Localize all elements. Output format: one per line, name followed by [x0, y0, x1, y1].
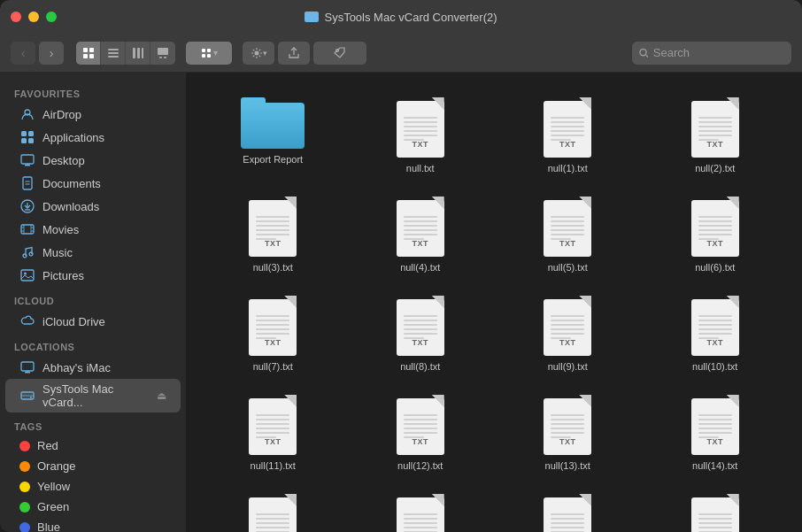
sidebar-item-icloud-drive[interactable]: iCloud Drive [5, 310, 181, 333]
svg-rect-10 [158, 48, 168, 55]
svg-rect-30 [23, 177, 32, 189]
file-item-null1-txt[interactable]: TXT null(1).txt [498, 90, 637, 181]
action-button[interactable]: ▾ [243, 42, 274, 65]
file-name: null(14).txt [692, 460, 737, 471]
sidebar-tag-orange[interactable]: Orange [5, 456, 181, 476]
sidebar-item-systools-vcard[interactable]: SysTools Mac vCard... ⏏ [5, 379, 181, 412]
svg-rect-14 [207, 49, 211, 52]
file-item-null4-txt[interactable]: TXT null(4).txt [351, 189, 490, 280]
tag-button[interactable] [313, 42, 366, 65]
file-item-null13-txt[interactable]: TXT null(13).txt [498, 388, 637, 478]
back-button[interactable]: ‹ [11, 42, 35, 65]
nav-buttons: ‹ › [11, 42, 64, 65]
svg-rect-28 [25, 165, 30, 166]
file-item-null2-txt[interactable]: TXT null(2).txt [646, 90, 785, 181]
svg-rect-13 [202, 49, 205, 52]
search-input[interactable] [653, 46, 784, 59]
txt-file-icon: TXT [690, 197, 741, 257]
file-item-null6-txt[interactable]: TXT null(6).txt [646, 189, 785, 280]
txt-file-icon: TXT [690, 296, 741, 356]
sidebar-item-downloads[interactable]: Downloads [5, 195, 181, 218]
svg-point-52 [30, 397, 32, 398]
icon-size-control: ▾ [186, 42, 232, 65]
documents-icon [19, 175, 35, 191]
file-item-null3-txt[interactable]: TXT null(3).txt [204, 189, 343, 280]
file-item-null7-txt[interactable]: TXT null(7).txt [204, 289, 343, 379]
file-item-null15-txt[interactable]: TXT null(15).txt [204, 487, 343, 532]
txt-file-icon: TXT [395, 97, 446, 158]
sidebar-item-movies[interactable]: Movies [5, 218, 181, 241]
txt-file-icon: TXT [690, 97, 741, 158]
file-name: null.txt [406, 163, 435, 173]
file-area: Export Report TXT [186, 73, 802, 532]
maximize-button[interactable] [46, 12, 57, 22]
sidebar-label-airdrop: AirDrop [42, 108, 81, 121]
icloud-icon [19, 313, 35, 329]
sidebar-item-airdrop[interactable]: AirDrop [5, 103, 181, 126]
sidebar-tag-red[interactable]: Red [5, 436, 181, 456]
titlebar: SysTools Mac vCard Converter(2) [0, 0, 802, 34]
svg-point-17 [254, 50, 258, 55]
file-item-null9-txt[interactable]: TXT null(9).txt [498, 289, 637, 379]
file-item-null10-txt[interactable]: TXT null(10).txt [646, 289, 785, 379]
sidebar-item-pictures[interactable]: Pictures [5, 264, 181, 287]
sidebar-item-documents[interactable]: Documents [5, 172, 181, 195]
sidebar-tag-blue[interactable]: Blue [5, 517, 181, 532]
file-item-null16-txt[interactable]: TXT null(16).txt [351, 487, 490, 532]
search-icon [639, 48, 649, 58]
eject-icon[interactable]: ⏏ [157, 389, 166, 402]
file-item-null11-txt[interactable]: TXT null(11).txt [204, 388, 343, 478]
sidebar-tag-yellow[interactable]: Yellow [5, 476, 181, 497]
file-item-null18-txt[interactable]: TXT null(18).txt [646, 487, 785, 532]
list-view-button[interactable] [101, 42, 126, 65]
file-item-null17-txt[interactable]: TXT null(17).txt [498, 487, 637, 532]
share-button[interactable] [278, 42, 310, 65]
file-name: null(6).txt [695, 262, 735, 273]
minimize-button[interactable] [28, 12, 39, 22]
sidebar-label-music: Music [42, 246, 73, 259]
icloud-header: iCloud [0, 287, 186, 310]
file-item-null-txt[interactable]: TXT null.txt [351, 90, 490, 181]
forward-button[interactable]: › [39, 42, 64, 65]
close-button[interactable] [11, 12, 21, 22]
file-name: null(4).txt [400, 262, 440, 273]
music-icon [19, 244, 35, 260]
file-item-null5-txt[interactable]: TXT null(5).txt [498, 189, 637, 280]
icon-size-button[interactable]: ▾ [186, 42, 232, 65]
svg-rect-5 [108, 52, 119, 54]
file-name: Export Report [243, 154, 303, 165]
file-name: null(8).txt [400, 361, 440, 372]
svg-rect-26 [28, 138, 34, 143]
column-view-button[interactable] [126, 42, 150, 65]
file-item-null14-txt[interactable]: TXT null(14).txt [646, 388, 785, 478]
movies-icon [19, 221, 35, 237]
yellow-dot [19, 482, 30, 492]
svg-rect-27 [21, 155, 34, 164]
file-item-null8-txt[interactable]: TXT null(8).txt [351, 289, 490, 379]
file-item-export-report[interactable]: Export Report [204, 90, 343, 181]
txt-file-icon: TXT [395, 197, 446, 257]
file-item-null12-txt[interactable]: TXT null(12).txt [351, 388, 490, 478]
gallery-view-button[interactable] [150, 42, 175, 65]
svg-rect-24 [28, 131, 34, 136]
svg-rect-23 [21, 131, 27, 136]
search-box[interactable] [632, 42, 791, 65]
drive-icon [19, 388, 35, 404]
sidebar: Favourites AirDrop Applications Desktop … [0, 73, 186, 532]
svg-rect-25 [21, 138, 27, 143]
txt-file-icon: TXT [690, 395, 741, 455]
sidebar-item-music[interactable]: Music [5, 241, 181, 264]
sidebar-label-desktop: Desktop [42, 154, 85, 167]
toolbar: ‹ › ▾ ▾ [0, 34, 802, 73]
icon-view-button[interactable] [76, 42, 101, 65]
sidebar-item-applications[interactable]: Applications [5, 126, 181, 149]
tag-label-green: Green [37, 500, 69, 513]
txt-file-icon: TXT [247, 296, 298, 356]
svg-line-21 [646, 55, 648, 57]
blue-dot [19, 522, 30, 533]
svg-rect-9 [142, 48, 143, 58]
sidebar-item-desktop[interactable]: Desktop [5, 149, 181, 172]
sidebar-item-abhays-imac[interactable]: Abhay's iMac [5, 356, 181, 379]
sidebar-tag-green[interactable]: Green [5, 497, 181, 517]
sidebar-label-pictures: Pictures [42, 269, 84, 282]
